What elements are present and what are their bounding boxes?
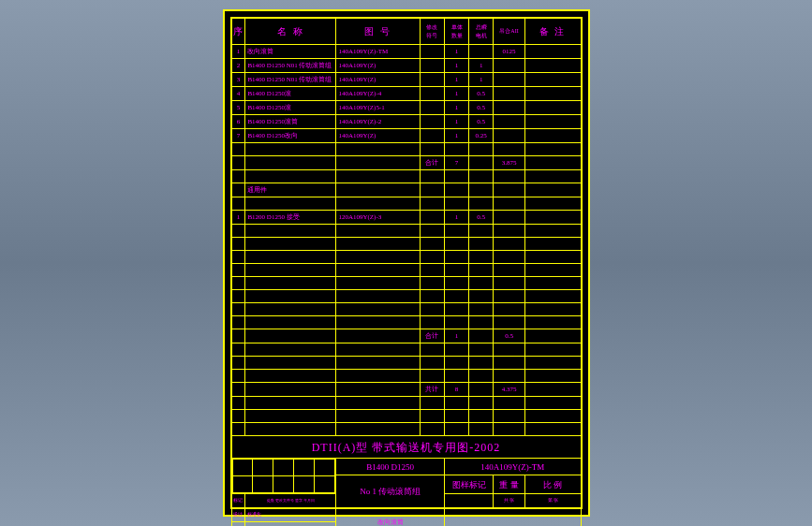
cell: B1400 D1250滚筒	[245, 115, 336, 129]
cell: 0.5	[469, 211, 494, 225]
cell: 140A109Y(Z)5-1	[336, 101, 421, 115]
col-5: 单体数量	[445, 19, 469, 45]
blank-row	[231, 357, 581, 370]
cell	[420, 211, 444, 225]
titleblock-row: B1400 D1250 140A109Y(Z)-TM	[231, 459, 581, 475]
cell	[420, 129, 444, 143]
cell: 0.25	[469, 129, 494, 143]
cell: B1400 D1250 N01 传动滚筒组	[245, 73, 336, 87]
cell: 140A109Y(Z)-TM	[336, 45, 421, 59]
cell: 1	[445, 115, 469, 129]
cell: 1	[445, 211, 469, 225]
cell	[524, 129, 581, 143]
cell: B1400 D1250滚	[245, 101, 336, 115]
cell	[524, 101, 581, 115]
blank-row	[231, 290, 581, 303]
cell: 0.5	[469, 115, 494, 129]
table-row: 5B1400 D1250滚140A109Y(Z)5-110.5	[231, 101, 581, 115]
cell	[420, 73, 444, 87]
blank-row	[231, 303, 581, 316]
drawing-frame: 序号 名 称 图 号 修改符号 单体数量 总瞬电机 吊合AII 备 注 1改向滚…	[230, 17, 583, 509]
table-row: 1B1200 D1250 接受120A109Y(Z)-310.5	[231, 211, 581, 225]
cell: 1	[445, 45, 469, 59]
table-row: 7B1400 D1250改向140A109Y(Z)10.25	[231, 129, 581, 143]
blank-row	[231, 225, 581, 238]
cell: 5	[231, 101, 245, 115]
section-header-row: 通用件	[231, 183, 581, 197]
blank-row	[231, 343, 581, 357]
subtotal-row: 合计73.875	[231, 156, 581, 170]
cell	[420, 87, 444, 101]
cell	[469, 45, 494, 59]
cell: 1	[445, 101, 469, 115]
cell	[524, 45, 581, 59]
total-row: 共计84.375	[231, 383, 581, 397]
cell: 0.5	[469, 101, 494, 115]
cell: B1400 D1250 N01 传动滚筒组	[245, 59, 336, 73]
cell: B1200 D1250 接受	[245, 211, 336, 225]
cell: 140A109Y(Z)	[336, 73, 421, 87]
cell: 1	[469, 73, 494, 87]
drawing-title: DTII(A)型 带式输送机专用图-2002	[231, 436, 581, 459]
cell: 7	[231, 129, 245, 143]
col-name: 名 称	[245, 19, 336, 45]
blank-row	[231, 397, 581, 410]
blank-row	[231, 197, 581, 211]
blank-row	[231, 423, 581, 436]
cell: B1400 D1250滚	[245, 87, 336, 101]
cell: 140A109Y(Z)	[336, 59, 421, 73]
footer-cell: 改向滚筒	[336, 508, 445, 527]
cell	[420, 115, 444, 129]
spec-cell: B1400 D1250	[336, 459, 445, 475]
cell: 0125	[494, 45, 525, 59]
blank-row	[231, 264, 581, 277]
table-row: 1改向滚筒140A109Y(Z)-TM10125	[231, 45, 581, 59]
subtitle-cell: No 1 传动滚筒组	[336, 475, 445, 508]
cell: 140A109Y(Z)-2	[336, 115, 421, 129]
cell	[494, 59, 525, 73]
cell: 2	[231, 59, 245, 73]
cell	[524, 59, 581, 73]
cell	[494, 115, 525, 129]
cell: 120A109Y(Z)-3	[336, 211, 421, 225]
cell: 1	[445, 87, 469, 101]
cell: 1	[445, 73, 469, 87]
cell: 140A109Y(Z)	[336, 129, 421, 143]
cell	[494, 101, 525, 115]
cell: 1	[445, 129, 469, 143]
table-row: 3B1400 D1250 N01 传动滚筒组140A109Y(Z)11	[231, 73, 581, 87]
table-row: 2B1400 D1250 N01 传动滚筒组140A109Y(Z)11	[231, 59, 581, 73]
blank-row	[231, 370, 581, 383]
cell: 1	[445, 59, 469, 73]
cell	[524, 211, 581, 225]
col-seq: 序号	[231, 19, 245, 45]
cell	[494, 73, 525, 87]
cell	[420, 45, 444, 59]
table-row: 6B1400 D1250滚筒140A109Y(Z)-210.5	[231, 115, 581, 129]
blank-row	[231, 251, 581, 264]
col-drawing: 图 号	[336, 19, 421, 45]
table-row: 4B1400 D1250滚140A109Y(Z)-410.5	[231, 87, 581, 101]
cell: 140A109Y(Z)-4	[336, 87, 421, 101]
col-7: 吊合AII	[494, 19, 525, 45]
subtotal-row: 合计10.5	[231, 329, 581, 343]
blank-row	[231, 277, 581, 290]
col-6: 总瞬电机	[469, 19, 494, 45]
col-remark: 备 注	[524, 19, 581, 45]
blank-row	[231, 238, 581, 251]
cell: 1	[231, 211, 245, 225]
cell	[494, 129, 525, 143]
cell: 6	[231, 115, 245, 129]
blank-row	[231, 170, 581, 183]
titleblock-row: 设计标准化 改向滚筒	[231, 508, 581, 522]
blank-row	[231, 410, 581, 423]
cell: B1400 D1250改向	[245, 129, 336, 143]
blank-row	[231, 143, 581, 156]
blank-row	[231, 316, 581, 329]
cell: 1	[231, 45, 245, 59]
cell	[494, 87, 525, 101]
cell: 3	[231, 73, 245, 87]
cell	[524, 73, 581, 87]
bom-table: 序号 名 称 图 号 修改符号 单体数量 总瞬电机 吊合AII 备 注 1改向滚…	[231, 18, 582, 526]
drawing-sheet: 序号 名 称 图 号 修改符号 单体数量 总瞬电机 吊合AII 备 注 1改向滚…	[223, 9, 590, 517]
